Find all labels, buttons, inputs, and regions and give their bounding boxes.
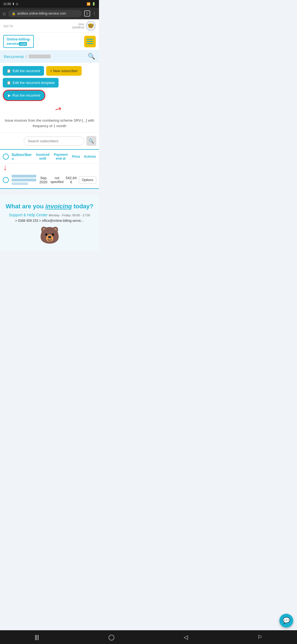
header-invoiced-until[interactable]: Invoiced until — [35, 153, 51, 160]
price-cell: 542,64 € — [66, 176, 77, 184]
user-info: John [sandbox] 🤓 — [72, 21, 96, 31]
edit-template-icon: 📋 — [7, 81, 11, 85]
lock-icon: 🔒 — [12, 12, 16, 15]
run-recurrent-button[interactable]: ▶ Run the recurrent — [3, 90, 45, 101]
footer: What are you invoicing today? Support & … — [0, 194, 99, 250]
select-all-checkbox[interactable] — [3, 154, 9, 160]
action-buttons: 📋 Edit the recurrent + New subscriber 📋 … — [0, 63, 99, 104]
app-logo: Online-billing- service.com — [3, 35, 34, 48]
hamburger-line — [87, 39, 93, 40]
subscriber-name-blurred2 — [12, 179, 36, 181]
invoiced-until-cell: Sep 2020 — [38, 176, 48, 184]
breadcrumb: Recurrents / — [4, 54, 51, 59]
logo-bar: Online-billing- service.com — [0, 32, 99, 50]
table-header: Subscriber ∧ Invoiced until Payment end … — [0, 150, 99, 164]
subscribers-table: Subscriber ∧ Invoiced until Payment end … — [0, 149, 99, 189]
header-actions[interactable]: Actions — [84, 155, 96, 159]
status-bar: 11:50 ⬆ ⚠ 📶 🔋 — [0, 0, 99, 8]
footer-heading: What are you invoicing today? — [6, 203, 94, 211]
header-subscriber[interactable]: Subscriber ∧ — [12, 152, 33, 161]
menu-icon[interactable]: ⋮ — [92, 11, 96, 16]
breadcrumb-current-id — [29, 54, 51, 58]
header-checkbox-col — [3, 154, 9, 160]
portrait-icon: ⬆ — [12, 2, 15, 6]
row-checkbox-col — [3, 177, 9, 183]
subscriber-sub-blurred — [12, 182, 28, 185]
footer-contact: > 0368 409 233 > office@online-billing-s… — [6, 219, 94, 223]
search-submit-icon: 🔍 — [89, 138, 94, 144]
search-subscribers-input[interactable] — [24, 137, 84, 146]
edit-icon: 📋 — [7, 69, 11, 73]
new-subscriber-button[interactable]: + New subscriber — [46, 66, 82, 76]
breadcrumb-separator: / — [26, 54, 27, 59]
search-submit-button[interactable]: 🔍 — [86, 136, 96, 146]
sort-arrow-icon: ∧ — [12, 157, 33, 161]
subscriber-name-cell — [12, 175, 36, 185]
time-display: 11:50 — [3, 2, 11, 6]
battery-icon: 🔋 — [92, 2, 96, 6]
edit-recurrent-button[interactable]: 📋 Edit the recurrent — [3, 66, 44, 76]
row-checkbox[interactable] — [3, 177, 9, 183]
app-by-label: app by — [3, 24, 13, 28]
footer-mascot: 🐻 — [6, 225, 94, 245]
status-left: 11:50 ⬆ ⚠ — [3, 2, 18, 6]
home-icon[interactable]: ⌂ — [3, 11, 6, 17]
subscriber-name-blurred — [12, 175, 36, 178]
global-search-button[interactable]: 🔍 — [88, 53, 95, 60]
hamburger-line — [87, 43, 93, 44]
app-header: app by John [sandbox] 🤓 — [0, 19, 99, 32]
header-payment-end-at[interactable]: Payment end at — [53, 153, 69, 160]
tab-icon[interactable]: D — [84, 10, 90, 17]
user-name-display: John [sandbox] — [72, 23, 84, 29]
info-text: Issue invoices from the numbering scheme… — [0, 116, 99, 133]
play-icon: ▶ — [8, 93, 11, 97]
row-arrow-annotation: ↓ — [0, 164, 99, 171]
actions-cell: Options — [79, 176, 96, 184]
hamburger-menu-button[interactable] — [84, 36, 96, 47]
options-button[interactable]: Options — [79, 176, 96, 184]
red-down-arrow-icon: ↓ — [3, 164, 7, 171]
footer-support: Support & Help Center Monday - Friday: 0… — [6, 213, 94, 217]
browser-icons: D ⋮ — [84, 10, 96, 17]
breadcrumb-link-recurrents[interactable]: Recurrents — [4, 54, 24, 59]
url-bar[interactable]: 🔒 andbox.online-billing-service.com — [8, 10, 82, 17]
payment-end-at-cell: not specified — [51, 176, 64, 184]
status-right: 📶 🔋 — [87, 2, 96, 6]
table-row: Sep 2020 not specified 542,64 € Options — [0, 171, 99, 189]
arrow-annotation: ↗ — [0, 104, 99, 116]
alert-icon: ⚠ — [16, 2, 18, 6]
search-bar: 🔍 — [0, 133, 99, 149]
edit-template-button[interactable]: 📋 Edit the recurrent template — [3, 78, 59, 88]
breadcrumb-bar: Recurrents / 🔍 — [0, 50, 99, 63]
hamburger-line — [87, 41, 93, 42]
red-arrow-icon: ↗ — [53, 103, 63, 114]
avatar: 🤓 — [86, 21, 96, 31]
signal-icon: 📶 — [87, 2, 90, 6]
browser-bar: ⌂ 🔒 andbox.online-billing-service.com D … — [0, 8, 99, 19]
url-text: andbox.online-billing-service.com — [17, 12, 66, 15]
header-price[interactable]: Price — [71, 155, 81, 159]
